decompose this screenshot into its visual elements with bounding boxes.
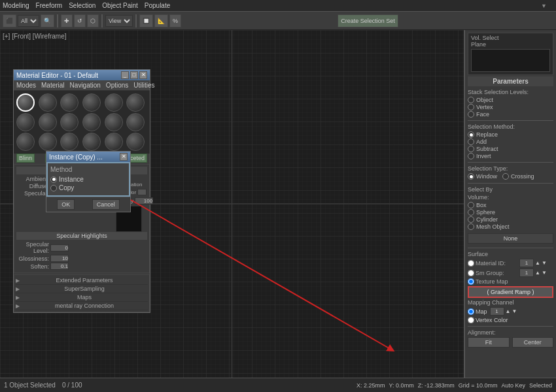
cylinder-radio[interactable]: [468, 216, 474, 223]
object-radio[interactable]: [468, 97, 474, 103]
minimize-btn[interactable]: _: [121, 71, 129, 79]
matid-input[interactable]: [519, 259, 534, 267]
mat-sphere-1[interactable]: [16, 93, 35, 112]
toolbar-percent-btn[interactable]: %: [169, 14, 181, 27]
mat-sphere-7[interactable]: [16, 113, 35, 131]
vertex-radio[interactable]: [468, 104, 474, 110]
option-vertex[interactable]: Vertex: [468, 104, 553, 110]
menu-objectpaint[interactable]: Object Paint: [102, 2, 137, 9]
mat-sphere-6[interactable]: [126, 93, 145, 112]
smgroup-input[interactable]: [519, 269, 534, 277]
toolbar-scale-btn[interactable]: ⬡: [87, 14, 99, 27]
option-crossing[interactable]: Crossing: [502, 173, 534, 180]
mat-sphere-16[interactable]: [82, 133, 101, 151]
option-box[interactable]: Box: [468, 202, 553, 208]
mat-type-btn[interactable]: Blinn: [16, 154, 35, 163]
option-subtract[interactable]: Subtract: [468, 146, 553, 152]
subtract-radio[interactable]: [468, 146, 474, 152]
menu-material[interactable]: Material: [40, 81, 66, 90]
menu-misc[interactable]: ▼: [541, 3, 547, 9]
spec-level-input[interactable]: [50, 244, 69, 252]
viewport[interactable]: [+] [Front] [Wireframe]: [0, 30, 464, 378]
crossing-radio[interactable]: [502, 173, 509, 180]
matid-spindown[interactable]: ▼: [542, 260, 547, 266]
mesh-radio[interactable]: [468, 223, 474, 230]
mat-sphere-4[interactable]: [82, 93, 101, 112]
option-window[interactable]: Window: [468, 173, 497, 180]
vertex-color-radio[interactable]: [468, 317, 474, 323]
menu-freeform[interactable]: Freeform: [36, 2, 63, 9]
menu-modeling[interactable]: Modeling: [3, 2, 29, 9]
smgroup-radio[interactable]: [468, 270, 474, 276]
mat-sphere-2[interactable]: [39, 93, 57, 112]
box-radio[interactable]: [468, 202, 474, 208]
toolbar-angle-btn[interactable]: 📐: [154, 14, 168, 27]
option-add[interactable]: Add: [468, 139, 553, 145]
texmap-radio[interactable]: [468, 278, 474, 285]
mat-sphere-17[interactable]: [105, 133, 123, 151]
mat-sphere-5[interactable]: [105, 93, 123, 112]
ext-arrow-3[interactable]: ▶: [16, 303, 20, 309]
mat-sphere-15[interactable]: [60, 133, 78, 151]
map-spindown[interactable]: ▼: [512, 308, 517, 314]
center-btn[interactable]: Center: [512, 337, 554, 348]
color-swatch[interactable]: [137, 189, 147, 195]
toolbar-view-select[interactable]: View: [105, 15, 133, 27]
mat-sphere-18[interactable]: [126, 133, 145, 151]
none-btn[interactable]: None: [468, 233, 553, 244]
soften-input[interactable]: [50, 263, 69, 270]
add-radio[interactable]: [468, 139, 474, 145]
copy-radio[interactable]: [50, 185, 57, 191]
opacity-input[interactable]: [135, 197, 153, 204]
glossiness-input[interactable]: [50, 255, 69, 262]
mat-sphere-3[interactable]: [60, 93, 78, 112]
ok-button[interactable]: OK: [57, 199, 75, 210]
map-input[interactable]: [490, 307, 504, 316]
inst-close-btn[interactable]: ✕: [120, 153, 128, 161]
option-cylinder[interactable]: Cylinder: [468, 216, 553, 223]
mat-sphere-13[interactable]: [16, 133, 35, 151]
option-sphere[interactable]: Sphere: [468, 209, 553, 216]
toolbar-filter-btn[interactable]: 🔍: [41, 14, 54, 27]
option-replace[interactable]: Replace: [468, 131, 553, 138]
cancel-button[interactable]: Cancel: [92, 199, 120, 210]
sphere-radio[interactable]: [468, 209, 474, 216]
maximize-btn[interactable]: □: [130, 71, 138, 79]
mat-sphere-8[interactable]: [39, 113, 57, 131]
invert-radio[interactable]: [468, 153, 474, 159]
ext-arrow-2[interactable]: ▶: [16, 295, 20, 301]
option-object[interactable]: Object: [468, 97, 553, 103]
menu-navigation[interactable]: Navigation: [69, 81, 102, 90]
menu-modes[interactable]: Modes: [15, 81, 37, 90]
toolbar-mode-btn[interactable]: ⬛: [3, 14, 16, 27]
close-btn[interactable]: ✕: [139, 71, 147, 79]
menu-selection[interactable]: Selection: [69, 2, 96, 9]
ext-arrow-1[interactable]: ▶: [16, 286, 20, 292]
gradient-ramp-box[interactable]: ( Gradient Ramp ): [468, 286, 553, 298]
toolbar-move-btn[interactable]: ✚: [61, 14, 73, 27]
fit-btn[interactable]: Fit: [468, 337, 510, 348]
mat-sphere-9[interactable]: [60, 113, 78, 131]
option-invert[interactable]: Invert: [468, 153, 553, 159]
toolbar-rotate-btn[interactable]: ↺: [74, 14, 86, 27]
option-face[interactable]: Face: [468, 111, 553, 118]
menu-populate[interactable]: Populate: [145, 2, 170, 9]
window-radio[interactable]: [468, 173, 474, 180]
toolbar-all-select[interactable]: All: [18, 15, 39, 27]
menu-utilities[interactable]: Utilities: [132, 81, 156, 90]
mat-sphere-14[interactable]: [39, 133, 57, 151]
option-mesh-object[interactable]: Mesh Object: [468, 223, 553, 230]
mat-sphere-10[interactable]: [82, 113, 101, 131]
create-selection-btn[interactable]: Create Selection Set: [338, 14, 398, 27]
replace-radio[interactable]: [468, 131, 474, 138]
ext-arrow-0[interactable]: ▶: [16, 278, 20, 284]
face-radio[interactable]: [468, 111, 474, 118]
matid-spinup[interactable]: ▲: [535, 260, 540, 266]
instance-radio[interactable]: [50, 176, 57, 183]
map-spinup[interactable]: ▲: [506, 308, 511, 314]
toolbar-snap-btn[interactable]: 🔲: [139, 14, 153, 27]
map-radio[interactable]: [468, 308, 474, 315]
smgroup-spinup[interactable]: ▲: [535, 270, 540, 276]
smgroup-spindown[interactable]: ▼: [542, 270, 547, 276]
mat-sphere-12[interactable]: [126, 113, 145, 131]
